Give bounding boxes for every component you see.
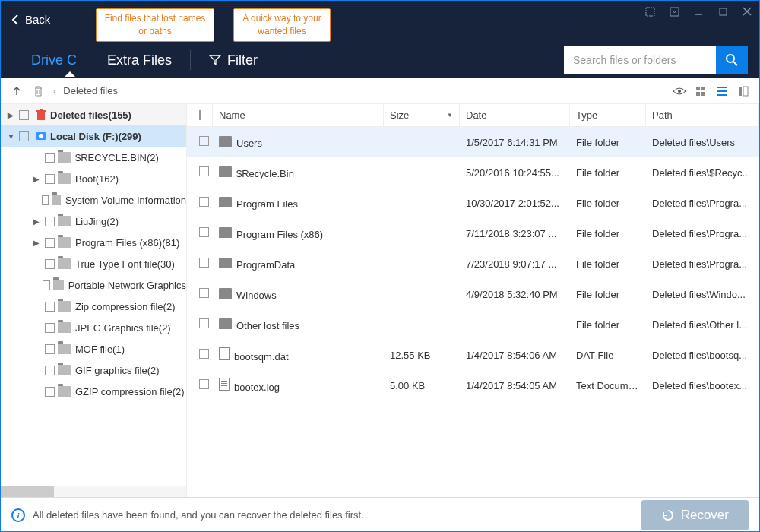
text-file-icon	[219, 378, 230, 391]
checkbox[interactable]	[199, 197, 209, 207]
chevron-right-icon[interactable]: ▶	[5, 111, 16, 119]
checkbox[interactable]	[199, 349, 209, 359]
search-icon	[725, 53, 739, 67]
tree-item[interactable]: $RECYCLE.BIN(2)	[1, 147, 186, 168]
tree-item[interactable]: GZIP compression file(2)	[1, 381, 186, 402]
table-row[interactable]: bootex.log 5.00 KB 1/4/2017 8:54:05 AM T…	[187, 370, 759, 401]
header-type[interactable]: Type	[570, 104, 646, 126]
grid-view-icon[interactable]	[694, 84, 708, 98]
search-input[interactable]	[564, 46, 716, 74]
table-row[interactable]: Program Files 10/30/2017 2:01:52... File…	[187, 188, 759, 218]
up-icon[interactable]	[10, 84, 24, 98]
checkbox[interactable]	[199, 136, 209, 146]
chevron-right-icon[interactable]: ▶	[31, 239, 42, 247]
checkbox[interactable]	[199, 110, 201, 120]
window-tray-icon[interactable]	[662, 1, 686, 22]
tree-item-label: Program Files (x86)(81)	[75, 237, 179, 249]
checkbox[interactable]	[19, 110, 29, 120]
checkbox[interactable]	[199, 379, 209, 389]
tree-item[interactable]: Zip compression file(2)	[1, 296, 186, 317]
checkbox[interactable]	[199, 227, 209, 237]
checkbox[interactable]	[199, 318, 209, 328]
tree-item[interactable]: JPEG Graphics file(2)	[1, 317, 186, 338]
svg-rect-16	[37, 112, 45, 120]
horizontal-scrollbar[interactable]	[1, 486, 186, 497]
table-row[interactable]: ProgramData 7/23/2018 9:07:17 ... File f…	[187, 249, 759, 279]
minimize-button[interactable]	[686, 1, 711, 22]
tree-item-label: MOF file(1)	[75, 344, 125, 355]
checkbox[interactable]	[45, 217, 55, 226]
checkbox[interactable]	[45, 366, 55, 375]
tree-item[interactable]: System Volume Information	[1, 189, 186, 211]
checkbox[interactable]	[45, 387, 55, 397]
file-path: Deleted files\bootex...	[646, 380, 759, 391]
tree-item[interactable]: GIF graphics file(2)	[1, 359, 186, 381]
checkbox[interactable]	[45, 259, 55, 269]
table-row[interactable]: $Recycle.Bin 5/20/2016 10:24:55... File …	[187, 157, 759, 188]
folder-icon	[58, 386, 71, 397]
tree-item[interactable]: ▶ Boot(162)	[1, 168, 186, 189]
file-name: Windows	[236, 290, 277, 301]
checkbox[interactable]	[43, 280, 51, 290]
list-view-icon[interactable]	[715, 84, 729, 98]
file-type: File folder	[570, 167, 646, 179]
checkbox[interactable]	[45, 153, 55, 163]
checkbox[interactable]	[199, 288, 209, 298]
nav-extra-files[interactable]: Extra Files	[92, 45, 187, 76]
scrollbar-thumb[interactable]	[1, 486, 54, 497]
checkbox[interactable]	[45, 323, 55, 333]
checkbox[interactable]	[45, 174, 55, 184]
titlebar: Back Find files that lost names or paths…	[1, 1, 759, 42]
header-date[interactable]: Date	[460, 104, 570, 126]
chevron-right-icon[interactable]: ▶	[31, 175, 42, 183]
back-button[interactable]: Back	[1, 1, 64, 26]
search-button[interactable]	[716, 46, 748, 74]
checkbox[interactable]	[199, 258, 209, 268]
chevron-down-icon[interactable]: ▾	[5, 132, 16, 141]
trash-icon[interactable]	[31, 84, 45, 98]
nav-drive[interactable]: Drive C	[16, 45, 92, 76]
folder-icon	[219, 166, 232, 177]
recover-button[interactable]: Recover	[641, 500, 749, 530]
nav-filter[interactable]: Filter	[194, 45, 273, 76]
maximize-button[interactable]	[711, 1, 735, 22]
file-list: Name Size▼ Date Type Path Users 1/5/2017…	[187, 104, 759, 497]
file-icon	[219, 347, 230, 360]
header-size[interactable]: Size▼	[384, 104, 460, 126]
table-row[interactable]: bootsqm.dat 12.55 KB 1/4/2017 8:54:06 AM…	[187, 340, 759, 370]
tree-item[interactable]: ▶ LiuJing(2)	[1, 211, 186, 232]
tree-item[interactable]: ▶ Program Files (x86)(81)	[1, 232, 186, 253]
table-row[interactable]: Windows 4/9/2018 5:32:40 PM File folder …	[187, 279, 759, 309]
checkbox[interactable]	[45, 344, 55, 354]
header-checkbox-col[interactable]	[187, 104, 213, 126]
svg-rect-15	[743, 87, 748, 96]
checkbox[interactable]	[19, 131, 29, 141]
table-row[interactable]: Program Files (x86) 7/11/2018 3:23:07 ..…	[187, 218, 759, 249]
folder-icon	[219, 227, 232, 238]
preview-icon[interactable]	[673, 84, 686, 98]
file-path: Deleted files\Progra...	[646, 258, 759, 270]
tree-item[interactable]: True Type Font file(30)	[1, 253, 186, 274]
table-row[interactable]: Users 1/5/2017 6:14:31 PM File folder De…	[187, 127, 759, 157]
checkbox[interactable]	[42, 195, 49, 205]
folder-icon	[58, 344, 71, 354]
chevron-right-icon[interactable]: ▶	[31, 217, 42, 226]
checkbox[interactable]	[45, 302, 55, 312]
checkbox[interactable]	[199, 166, 209, 176]
tree-item[interactable]: Portable Network Graphics	[1, 274, 186, 296]
close-button[interactable]	[735, 1, 759, 22]
svg-rect-10	[701, 92, 705, 96]
tree-root-deleted[interactable]: ▶ Deleted files(155)	[1, 104, 186, 125]
tree-local-disk[interactable]: ▾ Local Disk (F:)(299)	[1, 125, 186, 147]
breadcrumb[interactable]: Deleted files	[63, 85, 118, 97]
table-row[interactable]: Other lost files File folder Deleted fil…	[187, 309, 759, 340]
header-name[interactable]: Name	[213, 104, 384, 126]
svg-rect-17	[36, 110, 46, 112]
checkbox[interactable]	[45, 238, 55, 248]
tree-item[interactable]: MOF file(1)	[1, 338, 186, 359]
window-skin-icon[interactable]	[638, 1, 662, 22]
file-type: File folder	[570, 228, 646, 239]
header-path[interactable]: Path	[646, 104, 759, 126]
tree-item-label: Portable Network Graphics	[68, 280, 186, 291]
detail-view-icon[interactable]	[736, 84, 750, 98]
